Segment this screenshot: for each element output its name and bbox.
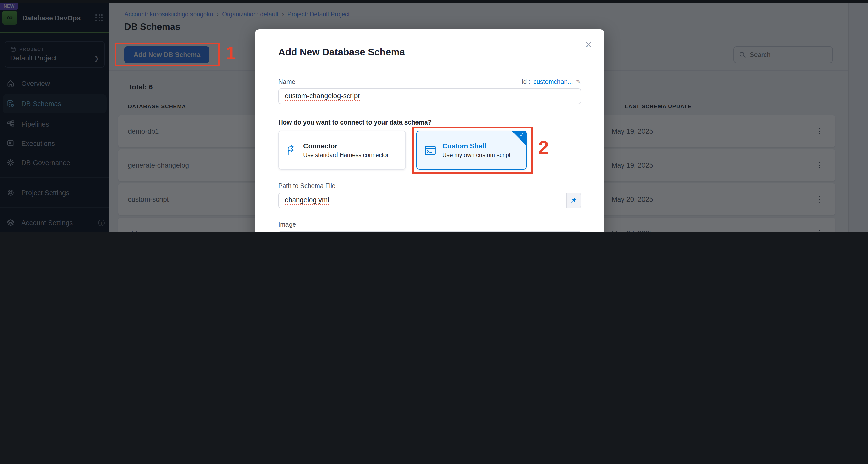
id-value: customchan...	[533, 78, 573, 85]
name-input[interactable]: custom-changelog-script	[278, 88, 581, 104]
close-icon[interactable]: ✕	[585, 41, 592, 49]
pin-icon[interactable]	[567, 193, 581, 208]
connect-question: How do you want to connect to your data …	[278, 119, 581, 126]
path-label: Path to Schema File	[278, 182, 581, 190]
connector-icon	[286, 144, 297, 156]
annotation-box-2	[412, 126, 533, 174]
schema-id: Id : customchan... ✎	[521, 78, 581, 85]
annotation-number-1: 1	[225, 43, 236, 64]
pin-icon[interactable]	[567, 231, 581, 232]
edit-pencil-icon[interactable]: ✎	[576, 78, 581, 85]
annotation-box-1	[115, 43, 220, 66]
annotation-number-2: 2	[538, 137, 549, 158]
connector-title: Connector	[303, 142, 389, 150]
connector-subtitle: Use standard Harness connector	[303, 152, 389, 158]
image-input[interactable]: alpine/curl:latest	[278, 231, 567, 232]
id-prefix: Id :	[521, 78, 530, 85]
path-input[interactable]: changelog.yml	[278, 193, 567, 208]
connector-option-card[interactable]: Connector Use standard Harness connector	[278, 130, 406, 170]
modal-title: Add New Database Schema	[278, 47, 581, 58]
image-label: Image	[278, 221, 581, 228]
name-label: Name	[278, 78, 296, 85]
app-root: NEW ∞ Database DevOps PROJECT Default Pr…	[0, 0, 868, 232]
